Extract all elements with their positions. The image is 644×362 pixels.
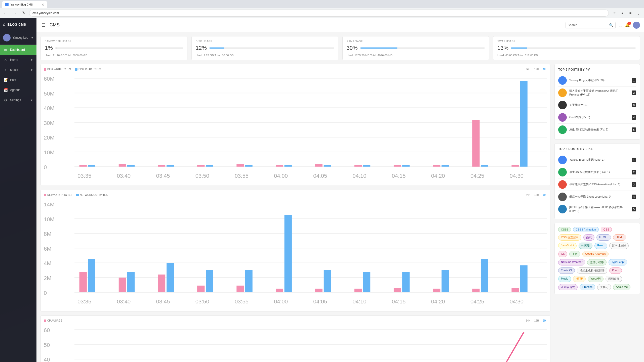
like-post-item-3[interactable]: 最后一次弄懂 Event Loop (Like: 0) 4 [558, 191, 636, 203]
net-12h-btn[interactable]: 12H [533, 193, 540, 197]
svg-text:03:35: 03:35 [77, 173, 91, 179]
svg-text:04:00: 04:00 [274, 298, 288, 305]
usage-progress-0 [55, 48, 183, 49]
nav-label-home: Home [10, 58, 28, 62]
tag-javascript[interactable]: JavaScript [558, 243, 577, 249]
top-like-card: TOP 5 POSTS BY LIKE Yancey Blog 大事记 (Lik… [554, 144, 640, 219]
tag-微信小程序[interactable]: 微信小程序 [587, 259, 607, 265]
pv-post-item-0[interactable]: Yancey Blog 大事记 (PV: 28) 1 [558, 74, 636, 87]
tag-大事记[interactable]: 大事记 [597, 284, 611, 290]
pv-rank-3: 4 [632, 115, 636, 120]
tab-close-icon[interactable]: ✕ [42, 3, 44, 7]
svg-rect-73 [433, 289, 440, 292]
forward-button[interactable]: → [11, 10, 18, 17]
sidebar-user[interactable]: Yancey Leo ▼ [0, 31, 36, 45]
svg-rect-37 [520, 81, 528, 167]
tab-favicon [5, 3, 9, 6]
svg-rect-36 [481, 165, 488, 166]
reload-button[interactable]: ↻ [20, 10, 27, 17]
new-tab-button[interactable]: + [47, 5, 49, 8]
disk-24h-btn[interactable]: 24H [525, 67, 531, 71]
cpu-chart-header: CPU USAGE 24H 12H 1H [44, 319, 547, 323]
tag-typescript[interactable]: TypeScript [609, 259, 627, 265]
notification-badge: 1 [627, 22, 631, 25]
tag-webapi[interactable]: WebAPI [588, 276, 603, 282]
star-button[interactable]: ☆ [611, 10, 618, 17]
tag-上传[interactable]: 上传 [569, 251, 580, 257]
tag-google-analytics[interactable]: Google Analytics [582, 251, 609, 257]
cpu-1h-btn[interactable]: 1H [542, 319, 547, 323]
net-1h-btn[interactable]: 1H [542, 193, 547, 197]
avatar [3, 34, 11, 41]
sidebar-item-home[interactable]: ⌂ Home ▼ [0, 55, 36, 65]
menu-icon[interactable]: ☰ [41, 21, 47, 29]
grid-view-button[interactable]: ☷ [619, 23, 622, 27]
usage-value-row-1: 12% [196, 45, 334, 51]
sidebar-item-music[interactable]: ♪ Music ▼ [0, 65, 36, 75]
address-bar[interactable]: cms.yanceyleo.com [29, 10, 609, 17]
tag-持续集成和持续部署[interactable]: 持续集成和持续部署 [577, 267, 607, 274]
disk-read-label: DISK READ BYTES [78, 68, 101, 71]
tag-正则表达式[interactable]: 正则表达式 [558, 284, 578, 290]
pv-thumb-3 [558, 113, 567, 122]
menu-button[interactable]: ⋮ [635, 10, 642, 17]
cpu-24h-btn[interactable]: 24H [525, 319, 531, 323]
tags-wrap: CSS3CSS3 AnimationCSSCSS 垂直居中面试HTML5HTML… [558, 227, 636, 290]
pv-post-item-1[interactable]: 深入理解并手写遵循 Promise/A+ 规范的 Promise (PV: 13… [558, 87, 636, 99]
tag-about-me[interactable]: About Me [613, 284, 630, 290]
browser-tab-active[interactable]: Yancey Blog CMS ✕ [2, 1, 47, 8]
notification-button[interactable]: 🔔 1 [625, 23, 630, 27]
tag-react[interactable]: React [594, 243, 607, 249]
tag-promise[interactable]: Promise [580, 284, 595, 290]
svg-text:04:20: 04:20 [431, 173, 445, 179]
svg-rect-80 [245, 270, 252, 292]
profile-button[interactable]: ● [619, 10, 626, 17]
sidebar-item-dashboard[interactable]: ⊞ Dashboard [0, 45, 36, 55]
tag-面试[interactable]: 面试 [583, 234, 594, 241]
usage-detail-0: Used: 11.16 GB Total: 3000.00 GB [45, 54, 183, 57]
pv-post-item-2[interactable]: 关于我 (PV: 11) 3 [558, 99, 636, 111]
tag-html[interactable]: HTML [613, 234, 626, 241]
svg-text:03:55: 03:55 [235, 173, 249, 179]
tag-http[interactable]: HTTP [573, 276, 586, 282]
cpu-12h-btn[interactable]: 12H [533, 319, 540, 323]
search-input[interactable] [568, 23, 608, 27]
tag-css3[interactable]: CSS3 [558, 227, 571, 232]
sidebar-item-agenda[interactable]: 📅 Agenda [0, 85, 36, 95]
tag-css-垂直居中[interactable]: CSS 垂直居中 [558, 234, 581, 241]
like-post-item-0[interactable]: Yancey Blog 大事记 (Like: 1) 1 [558, 154, 636, 166]
like-post-item-2[interactable]: 你可能不知道的 CSS3 Animation (Like: 1) 3 [558, 178, 636, 191]
svg-text:04:20: 04:20 [431, 298, 445, 305]
top-like-title: TOP 5 POSTS BY LIKE [558, 147, 636, 151]
pv-post-item-3[interactable]: Grid 布局 (PV: 6) 4 [558, 111, 636, 124]
svg-text:2M: 2M [44, 275, 52, 281]
disk-12h-btn[interactable]: 12H [533, 67, 540, 71]
user-avatar[interactable] [633, 22, 640, 29]
svg-rect-66 [158, 275, 165, 292]
tag-html5[interactable]: HTML5 [596, 234, 611, 241]
pv-post-item-4[interactable]: 原生 JS 实现轮播图效果 (PV: 5) 5 [558, 124, 636, 136]
user-caret-icon: ▼ [31, 36, 33, 39]
disk-1h-btn[interactable]: 1H [542, 67, 547, 71]
tag-music[interactable]: Music [558, 276, 571, 282]
top-bar-icons: ☷ 🔔 1 [619, 22, 640, 29]
like-post-item-1[interactable]: 原生 JS 实现轮播图效果 (Like: 1) 2 [558, 166, 636, 178]
sidebar-item-settings[interactable]: ⚙ Settings ▼ [0, 95, 36, 105]
tag-回到顶部[interactable]: 回到顶部 [606, 276, 622, 282]
tag-poem[interactable]: Poem [609, 267, 622, 274]
usage-value-1: 12% [196, 45, 207, 51]
svg-rect-70 [315, 289, 323, 292]
usage-card-2: RAM USAGE 30% Used: 1205.20 MB Total: 40… [342, 36, 489, 60]
net-24h-btn[interactable]: 24H [525, 193, 531, 197]
tag-css[interactable]: CSS [601, 227, 612, 232]
tag-git[interactable]: Git [558, 251, 567, 257]
tag-travis-ci[interactable]: Travis CI [558, 267, 575, 274]
extensions-button[interactable]: ■ [627, 10, 634, 17]
like-post-item-4[interactable]: [HTTP 系列] 第 2 篇 —— HTTP 协议那些事 (Like: 0) … [558, 203, 636, 215]
back-button[interactable]: ← [2, 10, 9, 17]
sidebar-item-post[interactable]: 📝 Post [0, 75, 36, 85]
tag-natsuna-weather[interactable]: Natsuna Weather [558, 259, 585, 265]
tag-css3-animation[interactable]: CSS3 Animation [573, 227, 599, 232]
tag-轮播图[interactable]: 轮播图 [579, 243, 592, 249]
tag-汇率计算器[interactable]: 汇率计算器 [609, 243, 629, 249]
